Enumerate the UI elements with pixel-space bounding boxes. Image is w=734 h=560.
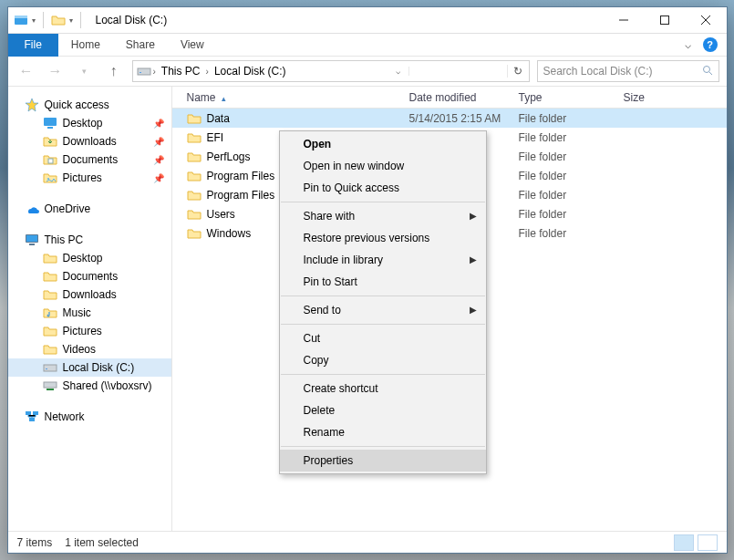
nav-label: OneDrive: [45, 202, 91, 215]
context-menu-item[interactable]: Delete: [280, 399, 486, 421]
tab-home[interactable]: Home: [58, 38, 113, 51]
tab-view[interactable]: View: [168, 38, 217, 51]
context-menu-item[interactable]: Rename: [280, 421, 486, 443]
svg-rect-16: [26, 235, 37, 242]
nav-label: Network: [45, 410, 85, 423]
folder-icon: [187, 207, 202, 222]
folder-icon: [187, 130, 202, 145]
search-input[interactable]: Search Local Disk (C:): [537, 60, 719, 82]
documents-icon: [43, 152, 57, 167]
menu-separator: [281, 446, 485, 447]
network-icon: [25, 410, 39, 424]
file-type: File folder: [519, 189, 624, 202]
documents-icon: [43, 269, 57, 284]
nav-onedrive[interactable]: OneDrive: [8, 200, 171, 218]
nav-pc-pictures[interactable]: Pictures: [8, 322, 171, 340]
nav-pc-music[interactable]: Music: [8, 304, 171, 322]
nav-label: Desktop: [63, 117, 103, 130]
maximize-button[interactable]: [645, 7, 686, 33]
nav-pc-downloads[interactable]: Downloads: [8, 285, 171, 304]
nav-label: Pictures: [63, 171, 102, 184]
up-button[interactable]: ↑: [103, 60, 125, 82]
qat-dropdown-icon[interactable]: ▾: [32, 16, 36, 25]
column-name[interactable]: Name▴: [172, 91, 409, 104]
column-date[interactable]: Date modified: [409, 91, 519, 104]
context-menu-item[interactable]: Properties: [280, 450, 486, 472]
nav-label: Local Disk (C:): [63, 361, 135, 374]
close-button[interactable]: [686, 7, 727, 33]
view-details-button[interactable]: [674, 534, 694, 551]
svg-point-8: [703, 66, 709, 72]
context-menu-item[interactable]: Open in new window: [280, 155, 486, 177]
this-pc-icon: [25, 233, 39, 247]
crumb-current[interactable]: Local Disk (C:): [211, 65, 290, 78]
context-menu-item[interactable]: Pin to Start: [280, 271, 486, 293]
context-menu-item[interactable]: Include in library▶: [280, 249, 486, 271]
context-menu-item[interactable]: Open: [280, 133, 486, 155]
context-menu-item[interactable]: Pin to Quick access: [280, 177, 486, 199]
search-placeholder: Search Local Disk (C:): [543, 65, 653, 78]
title-bar: ▾ ▾ Local Disk (C:): [8, 7, 727, 34]
forward-button[interactable]: →: [45, 60, 67, 82]
explorer-icon: [14, 13, 28, 27]
nav-pc-shared[interactable]: Shared (\\vboxsrv): [8, 377, 171, 395]
nav-pc-local-disk[interactable]: Local Disk (C:): [8, 358, 171, 377]
context-menu-item[interactable]: Share with▶: [280, 205, 486, 227]
chevron-right-icon: ›: [206, 67, 209, 77]
addr-dropdown-icon[interactable]: ⌵: [388, 67, 409, 76]
nav-network[interactable]: Network: [8, 408, 171, 426]
column-headers: Name▴ Date modified Type Size: [172, 87, 727, 109]
chevron-right-icon: ›: [153, 67, 156, 77]
context-menu-item[interactable]: Copy: [280, 349, 486, 371]
context-menu-item[interactable]: Create shortcut: [280, 378, 486, 399]
status-selection: 1 item selected: [65, 536, 139, 549]
quick-access-toolbar: ▾ ▾: [8, 12, 85, 28]
quick-access-icon: [25, 98, 39, 112]
nav-desktop[interactable]: Desktop📌: [8, 114, 171, 132]
context-menu-item[interactable]: Send to▶: [280, 299, 486, 321]
qat-dropdown2-icon[interactable]: ▾: [69, 16, 73, 25]
menu-separator: [281, 296, 485, 296]
address-bar[interactable]: › This PC › Local Disk (C:) ⌵ ↻: [132, 60, 530, 82]
minimize-button[interactable]: [604, 7, 645, 33]
desktop-icon: [43, 116, 57, 130]
refresh-icon[interactable]: ↻: [507, 65, 529, 78]
view-icons-button[interactable]: [698, 534, 718, 551]
column-size[interactable]: Size: [624, 91, 727, 104]
pin-icon: 📌: [153, 155, 164, 165]
nav-quick-access[interactable]: Quick access: [8, 96, 171, 114]
folder-icon: [187, 169, 202, 183]
nav-label: Pictures: [63, 325, 102, 337]
file-date: 5/14/2015 2:15 AM: [409, 112, 519, 125]
nav-documents[interactable]: Documents📌: [8, 150, 171, 169]
context-menu-item[interactable]: Restore previous versions: [280, 227, 486, 249]
svg-rect-6: [138, 68, 150, 75]
drive-icon: [137, 64, 151, 78]
file-name: Program Files: [207, 170, 275, 182]
file-row[interactable]: Data5/14/2015 2:15 AMFile folder: [172, 109, 727, 128]
ribbon-collapse-icon[interactable]: ⌵: [677, 38, 699, 51]
recent-locations-button[interactable]: ▾: [74, 60, 96, 82]
nav-pc-documents[interactable]: Documents: [8, 267, 171, 285]
svg-rect-11: [44, 118, 57, 126]
nav-downloads[interactable]: Downloads📌: [8, 132, 171, 150]
folder-open-icon[interactable]: [51, 13, 66, 27]
tab-share[interactable]: Share: [113, 38, 168, 51]
crumb-this-pc[interactable]: This PC: [158, 65, 204, 78]
nav-label: Quick access: [45, 99, 109, 111]
nav-pictures[interactable]: Pictures📌: [8, 169, 171, 187]
svg-rect-17: [29, 244, 35, 245]
column-type[interactable]: Type: [519, 91, 624, 104]
nav-pc-desktop[interactable]: Desktop: [8, 249, 171, 267]
chevron-right-icon: ▶: [470, 205, 477, 227]
svg-rect-22: [26, 411, 31, 415]
file-tab[interactable]: File: [8, 34, 58, 57]
menu-separator: [281, 324, 485, 325]
context-menu-item[interactable]: Cut: [280, 327, 486, 349]
back-button[interactable]: ←: [16, 60, 37, 82]
nav-this-pc[interactable]: This PC: [8, 231, 171, 249]
help-icon[interactable]: ?: [703, 37, 718, 52]
file-name: Program Files: [207, 189, 275, 202]
nav-pc-videos[interactable]: Videos: [8, 340, 171, 358]
chevron-right-icon: ▶: [470, 299, 477, 321]
